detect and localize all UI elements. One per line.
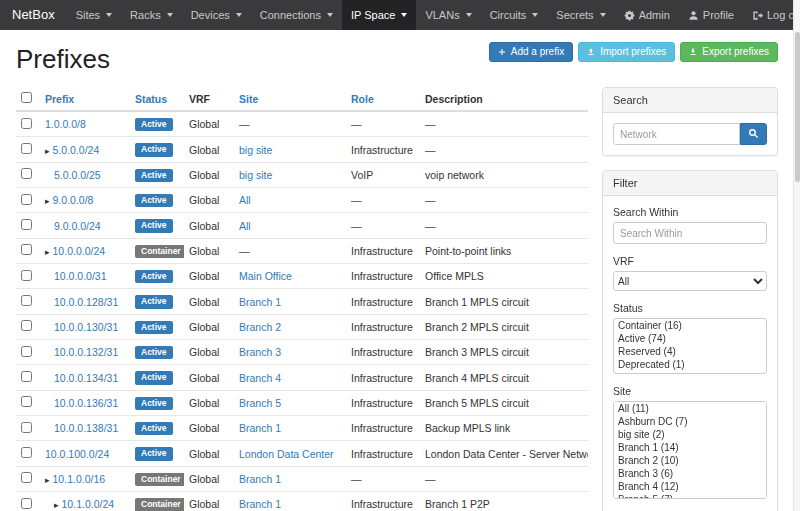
prefix-link[interactable]: 10.0.0.0/31	[54, 270, 107, 282]
prefix-link[interactable]: 10.0.0.130/31	[54, 321, 118, 333]
site-link[interactable]: Branch 1	[239, 422, 281, 434]
status-option[interactable]: Container (16)	[614, 319, 766, 332]
prefix-link[interactable]: 10.0.0.138/31	[54, 422, 118, 434]
row-checkbox[interactable]	[21, 168, 32, 179]
nav-item-secrets[interactable]: Secrets	[547, 0, 614, 30]
search-button[interactable]	[740, 123, 767, 145]
row-checkbox[interactable]	[21, 270, 32, 281]
prefix-link[interactable]: 10.0.0.128/31	[54, 296, 118, 308]
nav-item-connections[interactable]: Connections	[251, 0, 342, 30]
row-checkbox[interactable]	[21, 447, 32, 458]
prefix-link[interactable]: 10.1.0.0/16	[53, 473, 106, 485]
site-link[interactable]: Branch 1	[239, 296, 281, 308]
expand-arrow-icon[interactable]: ▸	[45, 196, 50, 206]
row-checkbox[interactable]	[21, 295, 32, 306]
row-checkbox[interactable]	[21, 194, 32, 205]
prefix-link[interactable]: 10.0.0.132/31	[54, 346, 118, 358]
site-link[interactable]: All	[239, 220, 251, 232]
site-option[interactable]: All (11)	[614, 402, 766, 415]
site-link[interactable]: big site	[239, 144, 272, 156]
status-option[interactable]: Active (74)	[614, 332, 766, 345]
description-cell: Branch 1 MPLS circuit	[425, 296, 529, 308]
site-option[interactable]: Branch 5 (7)	[614, 493, 766, 499]
site-link[interactable]: big site	[239, 169, 272, 181]
expand-arrow-icon[interactable]: ▸	[45, 247, 50, 257]
prefix-link[interactable]: 5.0.0.0/24	[53, 144, 100, 156]
row-checkbox[interactable]	[21, 346, 32, 357]
row-checkbox[interactable]	[21, 396, 32, 407]
column-header-site[interactable]: Site	[234, 87, 346, 111]
chevron-down-icon	[466, 13, 472, 17]
profile-link[interactable]: Profile	[679, 0, 743, 30]
add-prefix-button[interactable]: Add a prefix	[489, 42, 573, 62]
row-checkbox[interactable]	[21, 422, 32, 433]
nav-item-label: Devices	[191, 9, 230, 21]
prefix-link[interactable]: 10.1.0.0/24	[62, 498, 115, 510]
status-option[interactable]: Deprecated (1)	[614, 358, 766, 371]
filter-site-listbox[interactable]: All (11)Ashburn DC (7)big site (2)Branch…	[613, 401, 767, 499]
column-header-prefix[interactable]: Prefix	[40, 87, 130, 111]
expand-arrow-icon[interactable]: ▸	[45, 475, 50, 485]
site-link[interactable]: Branch 1	[239, 473, 281, 485]
scrollbar-thumb[interactable]	[795, 32, 800, 182]
site-option[interactable]: Branch 2 (10)	[614, 454, 766, 467]
row-checkbox[interactable]	[21, 472, 32, 483]
table-row: 10.0.0.0/31ActiveGlobalMain OfficeInfras…	[16, 264, 588, 289]
nav-item-circuits[interactable]: Circuits	[481, 0, 548, 30]
select-all-checkbox[interactable]	[21, 92, 32, 103]
nav-item-sites[interactable]: Sites	[67, 0, 121, 30]
nav-item-devices[interactable]: Devices	[182, 0, 251, 30]
nav-item-label: Sites	[76, 9, 100, 21]
status-option[interactable]: Reserved (4)	[614, 345, 766, 358]
description-cell: Branch 1 P2P	[425, 498, 490, 510]
site-option[interactable]: Branch 4 (12)	[614, 480, 766, 493]
site-link[interactable]: Branch 1	[239, 498, 281, 510]
prefix-link[interactable]: 9.0.0.0/24	[54, 220, 101, 232]
site-option[interactable]: Branch 1 (14)	[614, 441, 766, 454]
brand-logo[interactable]: NetBox	[12, 0, 55, 30]
vrf-select[interactable]: All	[613, 271, 767, 291]
site-link[interactable]: Branch 4	[239, 372, 281, 384]
site-link[interactable]: All	[239, 194, 251, 206]
expand-arrow-icon[interactable]: ▸	[54, 500, 59, 510]
vrf-cell: Global	[184, 111, 234, 137]
row-checkbox[interactable]	[21, 498, 32, 509]
logout-link[interactable]: Log out	[743, 0, 800, 30]
nav-item-vlans[interactable]: VLANs	[416, 0, 480, 30]
column-header-status[interactable]: Status	[130, 87, 184, 111]
prefix-link[interactable]: 10.0.100.0/24	[45, 448, 109, 460]
site-link[interactable]: London Data Center	[239, 448, 334, 460]
row-checkbox[interactable]	[21, 371, 32, 382]
prefix-link[interactable]: 1.0.0.0/8	[45, 118, 86, 130]
expand-arrow-icon[interactable]: ▸	[45, 146, 50, 156]
prefix-link[interactable]: 10.0.0.136/31	[54, 397, 118, 409]
site-link[interactable]: Main Office	[239, 270, 292, 282]
import-prefixes-button[interactable]: Import prefixes	[578, 42, 675, 62]
prefix-link[interactable]: 10.0.0.0/24	[53, 245, 106, 257]
row-checkbox[interactable]	[21, 118, 32, 129]
nav-item-ip-space[interactable]: IP Space	[342, 0, 416, 30]
search-within-input[interactable]	[613, 222, 767, 244]
prefix-link[interactable]: 5.0.0.0/25	[54, 169, 101, 181]
filter-status-listbox[interactable]: Container (16)Active (74)Reserved (4)Dep…	[613, 318, 767, 374]
site-link[interactable]: Branch 5	[239, 397, 281, 409]
prefix-link[interactable]: 9.0.0.0/8	[53, 194, 94, 206]
row-checkbox[interactable]	[21, 320, 32, 331]
column-header-role[interactable]: Role	[346, 87, 420, 111]
search-input[interactable]	[613, 123, 740, 145]
prefix-link[interactable]: 10.0.0.134/31	[54, 372, 118, 384]
nav-item-racks[interactable]: Racks	[121, 0, 182, 30]
export-prefixes-button[interactable]: Export prefixes	[680, 42, 778, 62]
table-row: 10.0.0.128/31ActiveGlobalBranch 1Infrast…	[16, 289, 588, 314]
row-checkbox[interactable]	[21, 244, 32, 255]
site-link[interactable]: Branch 2	[239, 321, 281, 333]
site-option[interactable]: Ashburn DC (7)	[614, 415, 766, 428]
site-option[interactable]: big site (2)	[614, 428, 766, 441]
site-link[interactable]: Branch 3	[239, 346, 281, 358]
role-cell: Infrastructure	[351, 397, 413, 409]
page-scrollbar[interactable]	[793, 0, 800, 511]
row-checkbox[interactable]	[21, 219, 32, 230]
row-checkbox[interactable]	[21, 143, 32, 154]
admin-link[interactable]: Admin	[615, 0, 679, 30]
site-option[interactable]: Branch 3 (6)	[614, 467, 766, 480]
